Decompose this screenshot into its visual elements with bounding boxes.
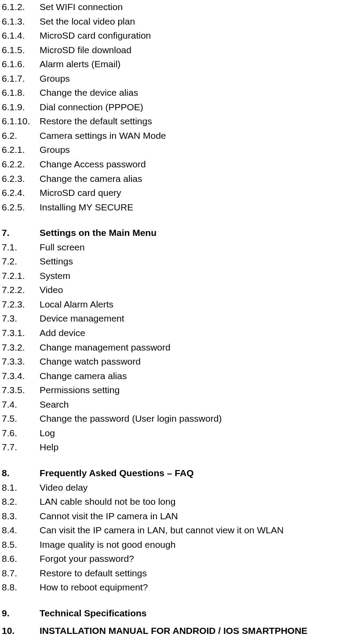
toc-entry-title: System: [40, 269, 355, 283]
toc-entry-number: 6.1.10.: [2, 114, 40, 129]
toc-spacer: [2, 455, 355, 466]
toc-entry-number: 6.1.5.: [2, 43, 40, 58]
toc-entry-number: 7.2.: [2, 254, 40, 269]
toc-entry: 6.1.9.Dial connection (PPPOE): [2, 100, 355, 115]
toc-entry: 8.7.Restore to default settings: [2, 566, 355, 581]
toc-entry-title: Frequently Asked Questions – FAQ: [40, 466, 355, 481]
toc-entry-number: 8.2.: [2, 495, 40, 509]
toc-entry: 8.4.Can visit the IP camera in LAN, but …: [2, 523, 355, 538]
table-of-contents: 6.1.2.Set WIFI connection6.1.3.Set the l…: [0, 0, 357, 638]
toc-entry-number: 7.5.: [2, 412, 40, 426]
toc-entry-number: 8.1.: [2, 481, 40, 495]
toc-entry-number: 8.6.: [2, 552, 40, 566]
toc-entry-title: Cannot visit the IP camera in LAN: [40, 509, 355, 524]
toc-entry-number: 6.1.9.: [2, 100, 40, 115]
toc-entry-number: 6.1.6.: [2, 57, 40, 72]
toc-entry-title: MicroSD file download: [40, 43, 355, 58]
toc-entry: 6.2.4.MicroSD card query: [2, 186, 355, 200]
toc-entry: 6.2.2.Change Access password: [2, 157, 355, 172]
toc-entry: 7.4.Search: [2, 398, 355, 412]
toc-entry-title: Set the local video plan: [40, 14, 355, 29]
toc-entry-number: 8.8.: [2, 580, 40, 595]
toc-entry-number: 7.2.2.: [2, 283, 40, 297]
toc-entry: 6.2.1.Groups: [2, 143, 355, 157]
toc-entry: 7.3.5.Permissions setting: [2, 383, 355, 398]
toc-entry-number: 7.3.3.: [2, 355, 40, 369]
toc-entry: 7.1.Full screen: [2, 240, 355, 255]
toc-entry: 6.2.Camera settings in WAN Mode: [2, 129, 355, 143]
toc-entry: 7.3.2.Change management password: [2, 340, 355, 355]
toc-entry-number: 6.2.1.: [2, 143, 40, 157]
toc-entry-number: 7.2.3.: [2, 297, 40, 312]
toc-entry-number: 7.3.4.: [2, 369, 40, 384]
toc-entry-title: Local Alarm Alerts: [40, 297, 355, 312]
toc-entry: 6.1.6.Alarm alerts (Email): [2, 57, 355, 72]
toc-entry: 8.3.Cannot visit the IP camera in LAN: [2, 509, 355, 524]
toc-entry-title: Device management: [40, 311, 355, 326]
toc-entry-title: INSTALLATION MANUAL FOR ANDROID / IOS SM…: [40, 624, 355, 638]
toc-entry: 6.1.2.Set WIFI connection: [2, 0, 355, 14]
toc-entry: 10.INSTALLATION MANUAL FOR ANDROID / IOS…: [2, 624, 355, 638]
toc-entry: 7.2.2.Video: [2, 283, 355, 297]
toc-entry: 8.6.Forgot your password?: [2, 552, 355, 566]
toc-entry-title: How to reboot equipment?: [40, 580, 355, 595]
toc-entry-number: 7.7.: [2, 440, 40, 455]
toc-entry-number: 7.3.2.: [2, 340, 40, 355]
toc-entry-number: 7.3.1.: [2, 326, 40, 340]
toc-entry-title: Groups: [40, 143, 355, 157]
toc-entry-title: Set WIFI connection: [40, 0, 355, 14]
toc-entry: 6.1.7.Groups: [2, 72, 355, 86]
toc-entry: 8.5.Image quality is not good enough: [2, 538, 355, 552]
toc-spacer: [2, 214, 355, 226]
toc-entry-number: 8.: [2, 466, 40, 481]
toc-entry-number: 7.2.1.: [2, 269, 40, 283]
toc-entry: 6.2.5.Installing MY SECURE: [2, 200, 355, 215]
toc-entry: 7.3.4.Change camera alias: [2, 369, 355, 384]
toc-spacer: [2, 620, 355, 624]
toc-entry-title: Log: [40, 426, 355, 441]
toc-entry: 7.3.3.Change watch password: [2, 355, 355, 369]
toc-entry-number: 6.1.4.: [2, 29, 40, 43]
toc-entry-number: 6.1.7.: [2, 72, 40, 86]
toc-entry-title: Permissions setting: [40, 383, 355, 398]
toc-entry-title: MicroSD card query: [40, 186, 355, 200]
toc-entry-title: Settings: [40, 254, 355, 269]
toc-entry-number: 6.1.2.: [2, 0, 40, 14]
toc-entry-title: Can visit the IP camera in LAN, but cann…: [40, 523, 355, 538]
toc-entry-number: 8.7.: [2, 566, 40, 581]
toc-entry: 8.Frequently Asked Questions – FAQ: [2, 466, 355, 481]
toc-entry-number: 10.: [2, 624, 40, 638]
toc-entry-number: 6.2.: [2, 129, 40, 143]
toc-entry-number: 7.6.: [2, 426, 40, 441]
toc-entry: 7.3.1.Add device: [2, 326, 355, 340]
toc-entry-title: Dial connection (PPPOE): [40, 100, 355, 115]
toc-entry-number: 6.1.8.: [2, 86, 40, 100]
toc-entry: 7.7.Help: [2, 440, 355, 455]
toc-entry-title: Technical Specifications: [40, 606, 355, 621]
toc-entry: 6.1.3.Set the local video plan: [2, 14, 355, 29]
toc-entry: 7.3.Device management: [2, 311, 355, 326]
toc-entry-number: 7.: [2, 226, 40, 240]
toc-entry: 6.1.8.Change the device alias: [2, 86, 355, 100]
toc-entry-number: 6.2.2.: [2, 157, 40, 172]
toc-entry-title: Restore the default settings: [40, 114, 355, 129]
toc-entry-number: 6.2.3.: [2, 172, 40, 186]
toc-entry-title: LAN cable should not be too long: [40, 495, 355, 509]
toc-entry: 6.1.4.MicroSD card configuration: [2, 29, 355, 43]
toc-entry-number: 6.2.4.: [2, 186, 40, 200]
toc-entry-title: Change the camera alias: [40, 172, 355, 186]
toc-entry-title: Change watch password: [40, 355, 355, 369]
toc-entry-title: Change Access password: [40, 157, 355, 172]
toc-entry-number: 8.5.: [2, 538, 40, 552]
toc-entry-number: 8.3.: [2, 509, 40, 524]
toc-entry-number: 7.3.: [2, 311, 40, 326]
toc-entry: 7.2.Settings: [2, 254, 355, 269]
toc-entry-title: Full screen: [40, 240, 355, 255]
toc-entry-number: 7.4.: [2, 398, 40, 412]
toc-entry-title: Video: [40, 283, 355, 297]
toc-entry-title: Add device: [40, 326, 355, 340]
toc-entry: 7.2.1.System: [2, 269, 355, 283]
toc-entry: 6.1.5.MicroSD file download: [2, 43, 355, 58]
toc-entry: 9.Technical Specifications: [2, 606, 355, 621]
toc-entry-title: Help: [40, 440, 355, 455]
